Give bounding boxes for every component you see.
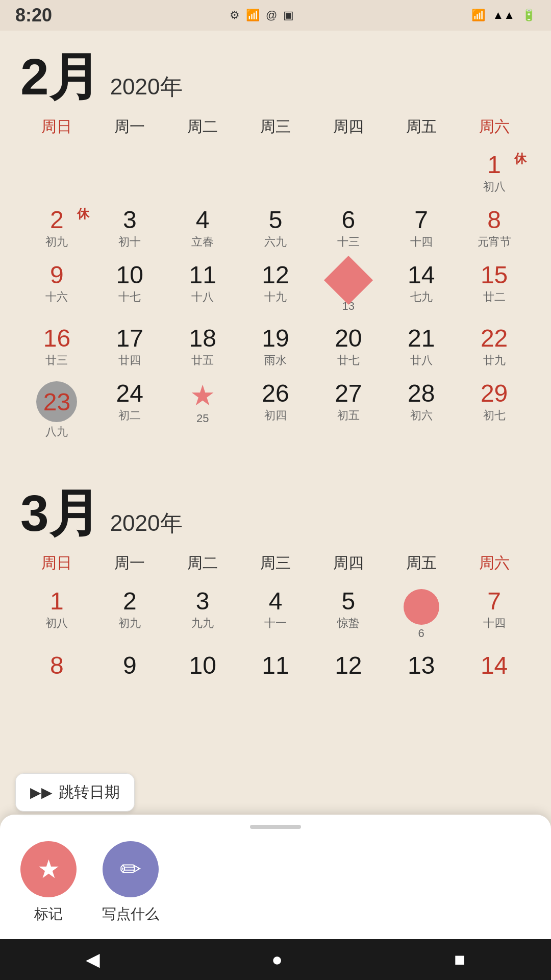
mar-day-10[interactable]: 10 (166, 647, 239, 698)
feb-21-num: 21 (385, 326, 458, 351)
feb-day-21[interactable]: 21 廿八 (385, 320, 458, 375)
mar-day-1[interactable]: 1 初八 (20, 583, 93, 647)
feb-15-num: 15 (458, 263, 531, 287)
feb-16-num: 16 (20, 326, 93, 351)
feb-10-num: 10 (93, 263, 166, 287)
feb-12-num: 12 (239, 263, 312, 287)
mar-weekday-row: 周日 周一 周二 周三 周四 周五 周六 (20, 549, 531, 578)
mar-day-8[interactable]: 8 (20, 647, 93, 698)
feb-day-17[interactable]: 17 廿四 (93, 320, 166, 375)
mar-3-num: 3 (166, 589, 239, 614)
mar-day-9[interactable]: 9 (93, 647, 166, 698)
mar-day-7[interactable]: 7 十四 (458, 583, 531, 647)
mar-day-12[interactable]: 12 (312, 647, 385, 698)
feb-day-15[interactable]: 15 廿二 (458, 257, 531, 320)
feb-day-6[interactable]: 6 十三 (312, 202, 385, 257)
feb-22-lunar: 廿九 (458, 353, 531, 368)
battery-icon: 🔋 (522, 9, 536, 22)
feb-1-holiday: 休 (514, 151, 527, 167)
feb-28-lunar: 初六 (385, 408, 458, 423)
write-button[interactable]: ✏ (103, 841, 159, 897)
feb-day-8[interactable]: 8 元宵节 (458, 202, 531, 257)
weekday-tue: 周二 (166, 112, 239, 141)
feb-day-27[interactable]: 27 初五 (312, 375, 385, 447)
feb-day-2[interactable]: 休 2 初九 (20, 202, 93, 257)
feb-day-23[interactable]: 23 八九 (20, 375, 93, 447)
mar-day-5[interactable]: 5 惊蛰 (312, 583, 385, 647)
mar-day-11[interactable]: 11 (239, 647, 312, 698)
feb-day-19[interactable]: 19 雨水 (239, 320, 312, 375)
feb-14-num: 14 (385, 263, 458, 287)
feb-day-18[interactable]: 18 廿五 (166, 320, 239, 375)
feb-29-lunar: 初七 (458, 408, 531, 423)
mar-day-6[interactable]: 6 (385, 583, 458, 647)
mar-day-2[interactable]: 2 初九 (93, 583, 166, 647)
mark-action[interactable]: ★ 标记 (20, 841, 77, 924)
mar-day-13[interactable]: 13 (385, 647, 458, 698)
feb-empty-6 (385, 146, 458, 202)
write-label: 写点什么 (102, 904, 159, 924)
mar-grid: 1 初八 2 初九 3 九九 4 十一 5 惊蛰 6 7 十四 8 (20, 583, 531, 698)
back-button[interactable]: ◀ (70, 944, 115, 975)
feb-17-num: 17 (93, 326, 166, 351)
mar-day-3[interactable]: 3 九九 (166, 583, 239, 647)
feb-2-holiday: 休 (77, 206, 89, 222)
february-calendar: 2月 2020年 周日 周一 周二 周三 周四 周五 周六 休 1 初八 休 2… (0, 31, 551, 457)
write-action[interactable]: ✏ 写点什么 (102, 841, 159, 924)
mar-5-num: 5 (312, 589, 385, 614)
march-calendar: 3月 2020年 周日 周一 周二 周三 周四 周五 周六 1 初八 2 初九 … (0, 467, 551, 708)
jump-date-button[interactable]: ▶▶ 跳转日期 (15, 773, 135, 812)
feb-6-lunar: 十三 (312, 234, 385, 250)
mar-month-title: 3月 (20, 487, 100, 538)
feb-day-9[interactable]: 9 十六 (20, 257, 93, 320)
mar-day-4[interactable]: 4 十一 (239, 583, 312, 647)
mar-day-14[interactable]: 14 (458, 647, 531, 698)
feb-day-26[interactable]: 26 初四 (239, 375, 312, 447)
feb-day-3[interactable]: 3 初十 (93, 202, 166, 257)
feb-day-11[interactable]: 11 十八 (166, 257, 239, 320)
status-right-icons: 📶 ▲▲ 🔋 (471, 9, 536, 22)
feb-20-lunar: 廿七 (312, 353, 385, 368)
feb-23-today: 23 (36, 381, 77, 422)
home-icon: ● (271, 949, 283, 970)
mar-7-num: 7 (458, 589, 531, 614)
home-button[interactable]: ● (256, 944, 298, 975)
feb-day-28[interactable]: 28 初六 (385, 375, 458, 447)
feb-day-25[interactable]: ★ 25 (166, 375, 239, 447)
mar-12-num: 12 (312, 653, 385, 678)
feb-12-lunar: 十九 (239, 289, 312, 305)
feb-day-7[interactable]: 7 十四 (385, 202, 458, 257)
settings-icon: ⚙ (230, 9, 240, 22)
feb-14-lunar: 七九 (385, 289, 458, 305)
feb-day-1[interactable]: 休 1 初八 (458, 146, 531, 202)
feb-day-14[interactable]: 14 七九 (385, 257, 458, 320)
feb-day-4[interactable]: 4 立春 (166, 202, 239, 257)
feb-8-lunar: 元宵节 (458, 234, 531, 250)
feb-day-16[interactable]: 16 廿三 (20, 320, 93, 375)
feb-day-12[interactable]: 12 十九 (239, 257, 312, 320)
feb-3-num: 3 (93, 208, 166, 232)
feb-day-20[interactable]: 20 廿七 (312, 320, 385, 375)
feb-day-24[interactable]: 24 初二 (93, 375, 166, 447)
feb-6-num: 6 (312, 208, 385, 232)
feb-4-lunar: 立春 (166, 234, 239, 250)
feb-day-5[interactable]: 5 六九 (239, 202, 312, 257)
mar-weekday-mon: 周一 (93, 549, 166, 578)
feb-day-10[interactable]: 10 十七 (93, 257, 166, 320)
feb-day-29[interactable]: 29 初七 (458, 375, 531, 447)
mark-button[interactable]: ★ (20, 841, 77, 897)
feb-1-lunar: 初八 (458, 179, 531, 194)
feb-day-22[interactable]: 22 廿九 (458, 320, 531, 375)
mar-weekday-tue: 周二 (166, 549, 239, 578)
feb-day-13[interactable]: 13 (312, 257, 385, 320)
mar-4-lunar: 十一 (239, 616, 312, 631)
feb-27-lunar: 初五 (312, 408, 385, 423)
feb-7-lunar: 十四 (385, 234, 458, 250)
mar-1-lunar: 初八 (20, 616, 93, 631)
recents-button[interactable]: ■ (439, 944, 481, 975)
feb-28-num: 28 (385, 381, 458, 406)
feb-4-num: 4 (166, 208, 239, 232)
feb-16-lunar: 廿三 (20, 353, 93, 368)
feb-8-num: 8 (458, 208, 531, 232)
status-bar: 8:20 ⚙ 📶 @ ▣ 📶 ▲▲ 🔋 (0, 0, 551, 31)
